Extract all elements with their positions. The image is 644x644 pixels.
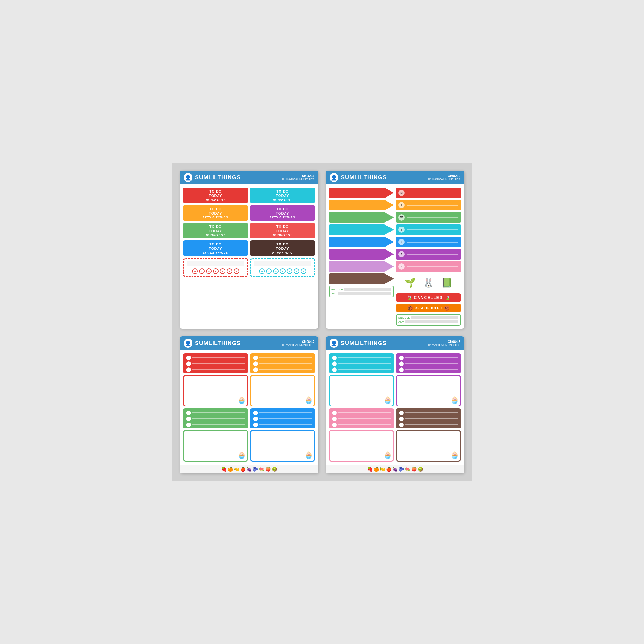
char-strip-teal: ⬤ ⬤ ⬤: [329, 353, 394, 374]
bill-due-1: BILL DUE AMT: [329, 286, 394, 297]
sticker-line-11: TODAY: [276, 211, 289, 215]
sticker-line-1: TO DO: [209, 189, 222, 193]
fruit-2: 🍊: [228, 467, 233, 472]
char-section-red: ⬤ ⬤ ⬤ 🧁: [183, 353, 248, 407]
sticker-line-10: TO DO: [276, 207, 289, 211]
day-w: W: [206, 268, 212, 274]
mickey-pink-1: ⬤: [332, 410, 337, 415]
sheet-body-4: ⬤ ⬤ ⬤ 🧁: [326, 350, 464, 474]
sticker-line-2: TODAY: [209, 194, 222, 197]
fruit-a2: 🍊: [374, 467, 379, 472]
fruit-6: 🫐: [253, 467, 258, 472]
char-strip-purple: ⬤ ⬤ ⬤: [396, 353, 461, 374]
amt-input-1: [338, 292, 391, 295]
day-s1: S: [227, 268, 232, 274]
header-left-3: 👤 SUMLILTHINGS: [184, 339, 241, 348]
char-row-d1: ⬤: [399, 410, 458, 415]
char-line-p2: [405, 363, 458, 364]
char-line-p1: [405, 357, 458, 358]
stickers-area-1: TO DO TODAY IMPORTANT TO DO TODAY IMPORT…: [180, 184, 318, 282]
char-section-green: ⬤ ⬤ ⬤ 🧁: [183, 408, 248, 462]
brand-icon-2: 👤: [330, 173, 338, 182]
main-container: 👤 SUMLILTHINGS CK064-5 LIL' MAGICAL MUNC…: [172, 163, 472, 481]
day-f: F: [220, 268, 225, 274]
sheet-code-1: CK064-5: [281, 174, 314, 178]
fruit-a8: 🍑: [411, 467, 417, 472]
char-line-b2: [259, 418, 312, 419]
header-right-2: CK064-6 LIL' MAGICAL MUNCHIES: [427, 174, 460, 181]
arrows-column: BILL DUE AMT: [329, 187, 394, 326]
day-m: M: [192, 268, 198, 274]
weekday-tue: T: [396, 200, 461, 210]
sticker-teal-important: TO DO TODAY IMPORTANT: [250, 187, 315, 203]
sticker-line-6: IMPORTANT: [273, 198, 292, 201]
char-row-t2: ⬤: [332, 361, 391, 366]
fruit-a7: 🍉: [405, 467, 410, 472]
days-red: M T W T F S S: [183, 258, 248, 277]
fruit-a6: 🫐: [399, 467, 404, 472]
fruit-9: 🥝: [272, 467, 277, 472]
char-section-purple: ⬤ ⬤ ⬤ 🧁: [396, 353, 461, 407]
char-section-orange: ⬤ ⬤ ⬤ 🧁: [250, 353, 315, 407]
mickey-teal-2: ⬤: [332, 361, 337, 366]
char-line-pk1: [338, 412, 391, 413]
amt-label-2: AMT: [398, 320, 404, 324]
header-right-4: CK064-8 LIL' MAGICAL MUNCHIES: [427, 340, 460, 347]
cupcake-teal: 🧁: [383, 396, 392, 404]
char-row-o3: ⬤: [253, 367, 312, 372]
sticker-line-20: TODAY: [209, 247, 222, 250]
sheet-header-1: 👤 SUMLILTHINGS CK064-5 LIL' MAGICAL MUNC…: [180, 170, 318, 184]
char-row-2: ⬤: [186, 361, 245, 366]
bill-input-1: [344, 288, 391, 291]
char-line-r1: [192, 357, 245, 358]
day-circle-m: M: [398, 190, 405, 196]
day-circle-s2: S: [398, 263, 405, 269]
amt-input-2: [405, 320, 458, 324]
cupcake-red: 🧁: [237, 396, 246, 404]
day-line-s2: [407, 266, 458, 267]
char-row-o2: ⬤: [253, 361, 312, 366]
sheet-header-2: 👤 SUMLILTHINGS CK064-6 LIL' MAGICAL MUNC…: [326, 170, 464, 184]
char-line-o3: [259, 369, 312, 370]
char-row-3: ⬤: [186, 367, 245, 372]
sheet-body-1: TO DO TODAY IMPORTANT TO DO TODAY IMPORT…: [180, 184, 318, 282]
day-line-m: [407, 192, 458, 193]
mickey-purple-2: ⬤: [399, 361, 404, 366]
char-row-b1: ⬤: [253, 410, 312, 415]
mickey-dark-3: ⬤: [399, 422, 404, 427]
mickey-green-3: ⬤: [186, 422, 191, 427]
char-section-blue: ⬤ ⬤ ⬤ 🧁: [250, 408, 315, 462]
char-row-pk1: ⬤: [332, 410, 391, 415]
brand-title-2: SUMLILTHINGS: [341, 174, 387, 181]
header-right-1: CK064-5 LIL' MAGICAL MUNCHIES: [281, 174, 314, 181]
char-strip-blue: ⬤ ⬤ ⬤: [250, 408, 315, 429]
header-left-1: 👤 SUMLILTHINGS: [184, 173, 241, 182]
char-row-b3: ⬤: [253, 422, 312, 427]
days-row: M T W T F S S M T: [183, 258, 315, 277]
sheet-body-3: ⬤ ⬤ ⬤ 🧁: [180, 350, 318, 474]
day-circle-th: T: [398, 226, 405, 233]
char-line-p3: [405, 369, 458, 370]
day-circle-s1: S: [398, 251, 405, 257]
bill-input-2: [411, 316, 458, 319]
char-row-g1: ⬤: [186, 410, 245, 415]
sticker-purple-little: TO DO TODAY LITTLE THINGS: [250, 205, 315, 221]
char-line-t3: [338, 369, 391, 370]
arrow-teal: [329, 224, 394, 235]
arrow-purple: [329, 249, 394, 259]
arrow-blue: [329, 236, 394, 247]
note-box-purple: 🧁: [396, 375, 461, 407]
mickey-orange-2: ⬤: [253, 361, 258, 366]
char-row-g2: ⬤: [186, 416, 245, 421]
sheet-code-2: CK064-6: [427, 174, 460, 178]
char-line-o2: [259, 363, 312, 364]
brand-icon-1: 👤: [184, 173, 192, 182]
char-row-p3: ⬤: [399, 367, 458, 372]
mickey-green-2: ⬤: [186, 416, 191, 421]
cupcake-orange: 🧁: [304, 396, 313, 404]
mickey-purple-3: ⬤: [399, 367, 404, 372]
header-right-3: CK064-7 LIL' MAGICAL MUNCHIES: [281, 340, 314, 347]
weekday-fri: F: [396, 236, 461, 247]
day-t2: T: [266, 268, 272, 274]
char-line-g1: [192, 412, 245, 413]
